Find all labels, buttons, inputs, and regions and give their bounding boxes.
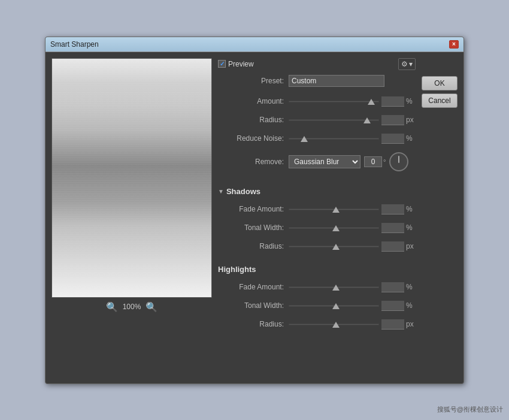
reduce-noise-slider-container — [289, 138, 379, 140]
shadows-radius-slider-container — [289, 246, 379, 247]
dialog-title: Smart Sharpen — [50, 40, 99, 49]
highlights-header: Highlights — [218, 265, 416, 274]
radius-label: Radius: — [218, 116, 284, 124]
amount-slider-thumb[interactable] — [368, 99, 375, 105]
shadows-radius-input[interactable]: 50 — [381, 241, 404, 252]
shadows-fade-amount-slider-container — [289, 209, 379, 210]
highlights-radius-row: Radius: 50 px — [218, 319, 416, 330]
shadows-header: ▼ Shadows — [218, 187, 416, 196]
remove-row: Remove: Gaussian Blur Lens Blur Motion B… — [218, 152, 416, 171]
highlights-radius-track[interactable] — [289, 324, 379, 325]
highlights-radius-input[interactable]: 50 — [381, 319, 404, 330]
radius-slider-track[interactable] — [289, 119, 379, 121]
radius-input[interactable]: 64,0 — [381, 115, 404, 125]
preset-label: Preset: — [218, 77, 284, 85]
cancel-button[interactable]: Cancel — [422, 93, 458, 108]
amount-slider-track[interactable] — [289, 101, 379, 102]
highlights-tonal-width-slider-container — [289, 305, 379, 307]
highlights-tonal-width-thumb[interactable] — [332, 303, 340, 309]
highlights-fade-amount-unit: % — [406, 283, 416, 291]
shadows-radius-thumb[interactable] — [332, 244, 340, 250]
close-button[interactable]: × — [449, 40, 459, 49]
amount-unit: % — [406, 97, 416, 105]
reduce-noise-slider-thumb[interactable] — [301, 136, 308, 142]
radius-slider-thumb[interactable] — [363, 117, 371, 123]
highlights-tonal-width-input[interactable]: 50 — [381, 301, 404, 311]
highlights-fade-amount-row: Fade Amount: 50 % — [218, 282, 416, 292]
preview-checkbox[interactable]: ✓ — [218, 60, 226, 68]
highlights-fade-amount-input[interactable]: 50 — [381, 282, 404, 292]
shadows-fade-amount-label: Fade Amount: — [218, 205, 284, 213]
ok-button[interactable]: OK — [422, 76, 458, 90]
shadows-fade-amount-unit: % — [406, 205, 416, 213]
gear-button[interactable]: ⚙ ▾ — [398, 58, 416, 70]
preset-select[interactable]: Custom Default — [289, 75, 384, 87]
highlights-fade-amount-track[interactable] — [289, 286, 379, 288]
preview-row: ✓ Preview ⚙ ▾ — [218, 58, 416, 70]
shadows-fade-amount-row: Fade Amount: 50 % — [218, 204, 416, 214]
remove-select[interactable]: Gaussian Blur Lens Blur Motion Blur — [289, 155, 360, 168]
top-controls: ✓ Preview ⚙ ▾ — [218, 58, 458, 333]
highlights-title: Highlights — [218, 265, 256, 274]
highlights-radius-unit: px — [406, 320, 416, 328]
smart-sharpen-dialog: Smart Sharpen × 🔍 100% 🔍 — [45, 37, 464, 384]
radius-row: Radius: 64,0 px — [218, 115, 416, 125]
shadows-tonal-width-slider-container — [289, 227, 379, 229]
reduce-noise-row: Reduce Noise: 10 % — [218, 134, 416, 144]
shadows-radius-row: Radius: 50 px — [218, 241, 416, 252]
remove-label: Remove: — [218, 158, 284, 166]
shadows-fade-amount-input[interactable]: 50 — [381, 204, 404, 214]
shadows-fade-amount-thumb[interactable] — [332, 207, 340, 213]
shadows-toggle-icon[interactable]: ▼ — [218, 188, 224, 195]
shadows-tonal-width-thumb[interactable] — [332, 225, 340, 231]
title-bar: Smart Sharpen × — [46, 37, 463, 52]
preset-wrapper: Custom Default — [289, 75, 384, 87]
radius-slider-container — [289, 119, 379, 121]
preset-row: Preset: Custom Default — [218, 75, 416, 87]
amount-row: Amount: 500 % — [218, 96, 416, 107]
angle-unit: ° — [383, 158, 386, 165]
highlights-fade-amount-thumb[interactable] — [332, 285, 340, 291]
reduce-noise-label: Reduce Noise: — [218, 134, 284, 143]
shadows-tonal-width-track[interactable] — [289, 227, 379, 229]
shadows-radius-unit: px — [406, 242, 416, 250]
reduce-noise-slider-track[interactable] — [289, 138, 379, 140]
shadows-radius-track[interactable] — [289, 246, 379, 247]
amount-input[interactable]: 500 — [381, 96, 404, 107]
preview-panel: 🔍 100% 🔍 — [51, 58, 212, 338]
shadows-title: Shadows — [226, 187, 260, 196]
highlights-tonal-width-row: Tonal Width: 50 % — [218, 301, 416, 311]
highlights-radius-slider-container — [289, 324, 379, 325]
angle-input[interactable] — [364, 156, 382, 167]
shadows-tonal-width-unit: % — [406, 223, 416, 232]
angle-dial[interactable] — [389, 152, 408, 171]
reduce-noise-unit: % — [406, 134, 416, 143]
highlights-tonal-width-label: Tonal Width: — [218, 301, 284, 310]
zoom-out-icon[interactable]: 🔍 — [106, 301, 118, 313]
radius-unit: px — [406, 116, 416, 124]
reduce-noise-input[interactable]: 10 — [381, 134, 404, 144]
shadows-radius-label: Radius: — [218, 242, 284, 250]
preview-controls: 🔍 100% 🔍 — [106, 301, 158, 313]
highlights-fade-amount-label: Fade Amount: — [218, 283, 284, 291]
zoom-in-icon[interactable]: 🔍 — [146, 301, 157, 313]
amount-slider-container — [289, 101, 379, 102]
highlights-tonal-width-track[interactable] — [289, 305, 379, 307]
preview-label: Preview — [228, 60, 254, 68]
gear-icon: ⚙ — [401, 60, 408, 68]
highlights-radius-thumb[interactable] — [332, 322, 340, 328]
shadows-tonal-width-label: Tonal Width: — [218, 223, 284, 232]
highlights-tonal-width-unit: % — [406, 301, 416, 310]
zoom-level: 100% — [123, 303, 141, 311]
highlights-fade-amount-slider-container — [289, 286, 379, 288]
check-mark: ✓ — [220, 61, 225, 67]
gear-arrow-icon: ▾ — [409, 60, 413, 68]
dialog-body: 🔍 100% 🔍 ✓ Preview — [46, 52, 463, 344]
shadows-tonal-width-input[interactable]: 50 — [381, 223, 404, 233]
settings-panel: ✓ Preview ⚙ ▾ — [218, 58, 458, 338]
shadows-tonal-width-row: Tonal Width: 50 % — [218, 223, 416, 233]
preview-image — [51, 58, 212, 298]
watermark-text: 搜狐号@衔棵创意设计 — [437, 405, 503, 414]
ok-cancel-buttons: OK Cancel — [422, 76, 458, 108]
shadows-fade-amount-track[interactable] — [289, 209, 379, 210]
